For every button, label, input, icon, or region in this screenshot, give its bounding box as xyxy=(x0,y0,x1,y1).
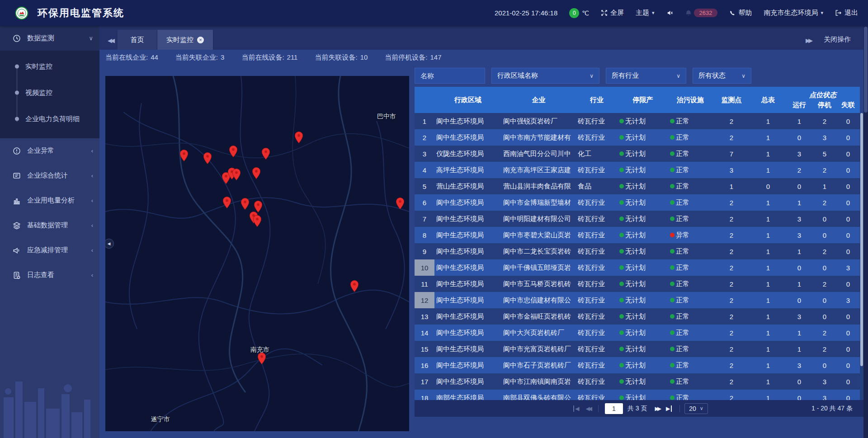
row-monitor-points: 2 xyxy=(712,243,750,259)
row-stop-count: 2 xyxy=(813,162,836,178)
status-dot-icon xyxy=(619,298,624,302)
tab[interactable]: 实时监控 × xyxy=(157,30,213,50)
table-row[interactable]: 6 阆中生态环境局 阆中市金博瑞新型墙材 砖瓦行业 无计划 正常 2 1 1 2… xyxy=(415,194,860,211)
sidebar: 数据监测 ∨ 实时监控 视频监控 企业电力负荷明细 企业异常 ‹ 企业综合统计 … xyxy=(0,26,99,438)
row-total-meter: 1 xyxy=(750,243,786,259)
sidebar-item-alert[interactable]: 企业异常 ‹ xyxy=(0,138,99,163)
table-row[interactable]: 11 阆中生态环境局 阆中市五马桥页岩机砖 砖瓦行业 无计划 正常 2 1 1 … xyxy=(415,276,860,292)
last-page-button[interactable]: ▶ xyxy=(663,405,675,412)
name-filter-input[interactable] xyxy=(415,68,485,84)
table-row[interactable]: 14 阆中生态环境局 阆中大兴页岩机砖厂 砖瓦行业 无计划 正常 2 1 1 2… xyxy=(415,325,860,341)
sidebar-item-layers[interactable]: 基础数据管理 ‹ xyxy=(0,213,99,238)
map-pin[interactable] xyxy=(232,168,241,181)
map-pin[interactable] xyxy=(350,280,359,292)
sidebar-item-horn[interactable]: 应急减排管理 ‹ xyxy=(0,238,99,263)
table-row[interactable]: 15 阆中生态环境局 阆中市光富页岩机砖厂 砖瓦行业 无计划 正常 2 1 1 … xyxy=(415,341,860,357)
map-pin[interactable] xyxy=(262,147,270,160)
sidebar-item-log[interactable]: 日志查看 ‹ xyxy=(0,263,99,287)
prev-page-button[interactable]: ◀◀ xyxy=(582,405,593,412)
window-scrollbar[interactable] xyxy=(863,26,868,438)
sidebar-subitem[interactable]: 视频监控 xyxy=(0,80,99,106)
table-row[interactable]: 3 仪陇生态环境局 西南油气田分公司川中 化工 无计划 正常 7 1 3 5 0 xyxy=(415,146,860,162)
row-run-count: 3 xyxy=(786,211,813,227)
row-lost-count: 0 xyxy=(836,211,860,227)
status-dot-icon xyxy=(670,135,675,140)
status-dot-icon xyxy=(619,282,624,286)
record-range-label: 1 - 20 共 47 条 xyxy=(811,405,853,413)
table-row[interactable]: 9 阆中生态环境局 阆中市二龙长宝页岩砖 砖瓦行业 无计划 正常 2 1 1 2… xyxy=(415,243,860,259)
map-pin[interactable] xyxy=(396,197,405,210)
user-dropdown[interactable]: 南充市生态环境局▾ xyxy=(764,9,823,17)
map-pin[interactable] xyxy=(252,167,261,179)
row-facility-status: 正常 xyxy=(668,276,712,292)
tabs-scroll-right-icon[interactable]: ▶▶ xyxy=(797,37,824,50)
table-row[interactable]: 8 阆中生态环境局 阆中市枣碧大梁山页岩 砖瓦行业 无计划 异常 2 1 3 0… xyxy=(415,227,860,243)
table-row[interactable]: 5 营山生态环境局 营山县润丰肉食品有限 食品 无计划 正常 1 0 0 1 0 xyxy=(415,178,860,194)
row-enterprise: 阆中市五马桥页岩机砖 xyxy=(501,276,576,292)
theme-dropdown[interactable]: 主题▾ xyxy=(636,9,655,17)
region-filter-select[interactable]: 行政区域名称∨ xyxy=(491,68,599,84)
table-row[interactable]: 13 阆中生态环境局 阆中市金福旺页岩机砖 砖瓦行业 无计划 正常 2 1 3 … xyxy=(415,308,860,325)
table-row[interactable]: 1 阆中生态环境局 阆中强锐页岩砖厂 砖瓦行业 无计划 正常 2 1 1 2 0 xyxy=(415,113,860,129)
first-page-button[interactable]: ◀ xyxy=(570,405,582,412)
table-row[interactable]: 10 阆中生态环境局 阆中千佛镇五郎垭页岩 砖瓦行业 无计划 正常 2 1 0 … xyxy=(415,259,860,276)
map-pin[interactable] xyxy=(203,152,212,165)
row-total-meter: 1 xyxy=(750,129,786,146)
row-region: 阆中生态环境局 xyxy=(434,341,501,357)
page-number-input[interactable] xyxy=(605,403,623,414)
row-facility-status: 正常 xyxy=(668,194,712,211)
table-row[interactable]: 17 阆中生态环境局 阆中市江南镇阆南页岩 砖瓦行业 无计划 正常 2 1 0 … xyxy=(415,373,860,390)
horn-icon xyxy=(13,246,21,254)
table-row[interactable]: 12 阆中生态环境局 阆中市忠信建材有限公 砖瓦行业 无计划 正常 2 1 0 … xyxy=(415,292,860,308)
table-row[interactable]: 16 阆中生态环境局 阆中市石子页岩机砖厂 砖瓦行业 无计划 正常 2 1 3 … xyxy=(415,357,860,373)
col-facility: 治污设施 xyxy=(668,87,712,113)
tab-close-icon[interactable]: × xyxy=(197,37,204,43)
table-row[interactable]: 2 阆中生态环境局 阆中市南方节能建材有 砖瓦行业 无计划 正常 2 1 0 3… xyxy=(415,129,860,146)
next-page-button[interactable]: ▶▶ xyxy=(651,405,662,412)
mute-button[interactable] xyxy=(666,9,673,16)
map-pin[interactable] xyxy=(241,198,250,210)
row-lost-count: 0 xyxy=(836,113,860,129)
notifications-button[interactable]: 2632 xyxy=(685,9,718,17)
industry-filter-select[interactable]: 所有行业∨ xyxy=(606,68,686,84)
table-scrollbar[interactable] xyxy=(860,113,863,400)
map-pin[interactable] xyxy=(229,145,238,158)
table-row[interactable]: 4 高坪生态环境局 南充市高坪区王家店建 砖瓦行业 无计划 正常 3 1 2 2… xyxy=(415,162,860,178)
fullscreen-button[interactable]: 全屏 xyxy=(601,9,624,17)
table-scrollbar-thumb[interactable] xyxy=(860,113,863,366)
sidebar-subitem[interactable]: 企业电力负荷明细 xyxy=(0,106,99,132)
map-pin[interactable] xyxy=(180,149,189,162)
bullet-dot-icon xyxy=(15,65,19,69)
row-region: 仪陇生态环境局 xyxy=(434,146,501,162)
table-row[interactable]: 7 阆中生态环境局 阆中明阳建材有限公司 砖瓦行业 无计划 正常 2 1 3 0… xyxy=(415,211,860,227)
tabs-scroll-left-icon[interactable]: ◀◀ xyxy=(99,37,118,50)
map-pin[interactable] xyxy=(253,215,262,227)
row-total-meter: 1 xyxy=(750,308,786,325)
stats-bar: 当前在线企业:44 当前失联企业:3 当前在线设备:211 当前失联设备:10 … xyxy=(105,53,442,62)
stat-item: 当前在线企业:44 xyxy=(105,53,158,62)
row-stop-count: 3 xyxy=(813,390,836,400)
row-monitor-points: 2 xyxy=(712,373,750,390)
help-button[interactable]: 帮助 xyxy=(729,9,752,17)
sidebar-subitem[interactable]: 实时监控 xyxy=(0,53,99,80)
table-body: 1 阆中生态环境局 阆中强锐页岩砖厂 砖瓦行业 无计划 正常 2 1 1 2 0… xyxy=(415,113,860,400)
table-row[interactable]: 18 南部生态环境局 南部县双佛头砖有限公 砖瓦行业 无计划 正常 2 1 0 … xyxy=(415,390,860,400)
logout-button[interactable]: 退出 xyxy=(835,9,858,17)
row-index: 18 xyxy=(415,390,434,400)
window-scrollbar-thumb[interactable] xyxy=(864,27,868,113)
close-operations-button[interactable]: 关闭操作 xyxy=(824,35,855,50)
sidebar-item-chart[interactable]: 企业用电量分析 ‹ xyxy=(0,188,99,213)
map-pin[interactable] xyxy=(258,352,266,365)
map-pin[interactable] xyxy=(295,131,303,144)
row-region: 阆中生态环境局 xyxy=(434,292,501,308)
sidebar-item-stats[interactable]: 企业综合统计 ‹ xyxy=(0,163,99,188)
status-filter-select[interactable]: 所有状态∨ xyxy=(693,68,751,84)
status-dot-icon xyxy=(619,347,624,351)
tab[interactable]: 首页 xyxy=(118,30,157,50)
divider xyxy=(598,405,599,412)
page-size-select[interactable]: 20 ∨ xyxy=(684,403,708,414)
map-container[interactable]: 巴中市 南充市 遂宁市 xyxy=(105,76,409,431)
sidebar-item-clock[interactable]: 数据监测 ∨ xyxy=(0,26,99,51)
map-pin[interactable] xyxy=(223,196,231,209)
row-lost-count: 0 xyxy=(836,390,860,400)
